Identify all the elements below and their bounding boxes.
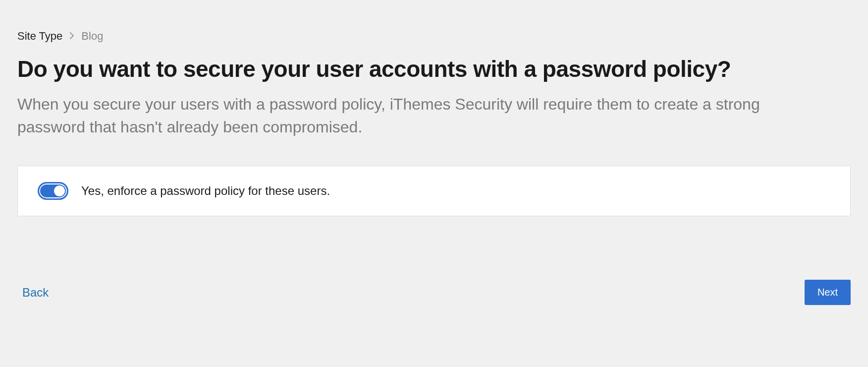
chevron-right-icon [69, 31, 74, 42]
password-policy-option-card: Yes, enforce a password policy for these… [17, 166, 851, 216]
breadcrumb-current: Blog [81, 30, 103, 43]
next-button[interactable]: Next [805, 280, 851, 305]
enforce-password-policy-toggle[interactable] [38, 182, 68, 200]
wizard-footer: Back Next [17, 280, 851, 305]
breadcrumb-parent[interactable]: Site Type [17, 30, 62, 43]
page-subtitle: When you secure your users with a passwo… [17, 93, 760, 139]
breadcrumb: Site Type Blog [17, 30, 851, 43]
back-button[interactable]: Back [17, 283, 54, 303]
option-label: Yes, enforce a password policy for these… [81, 184, 330, 198]
page-title: Do you want to secure your user accounts… [17, 57, 851, 82]
toggle-knob [54, 185, 65, 196]
